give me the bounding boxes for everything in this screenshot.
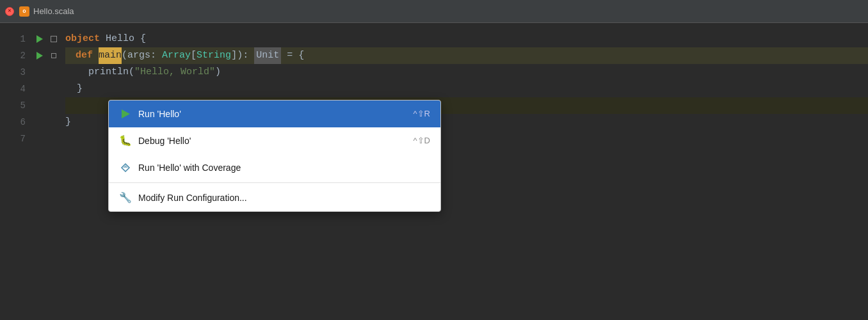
line-numbers: 1 2 3 4 5 6 7: [0, 23, 32, 320]
gutter-line5: [32, 97, 47, 114]
code-line-4: }: [65, 81, 868, 97]
tab-close-button[interactable]: ✕: [5, 7, 14, 16]
struct-line6: [47, 114, 60, 131]
coverage-icon: [119, 161, 132, 174]
punct-paren-open: (: [122, 47, 127, 64]
code-editor: 1 2 3 4 5 6 7: [0, 23, 868, 320]
punct-bracket-close: ]):: [231, 47, 254, 64]
param-args: args: [127, 47, 150, 64]
punct-brace-open: {: [134, 31, 146, 47]
string-hello-world: "Hello, World": [134, 64, 215, 81]
menu-item-debug[interactable]: 🐛 Debug 'Hello' ^⇧D: [109, 127, 440, 154]
menu-debug-shortcut: ^⇧D: [414, 132, 431, 149]
menu-coverage-label: Run 'Hello' with Coverage: [138, 159, 430, 176]
line4-content: }: [65, 81, 83, 97]
struct-line3: [47, 64, 60, 81]
gutter-line7: [32, 131, 47, 147]
menu-item-run[interactable]: Run 'Hello' ^⇧R: [109, 100, 440, 127]
line-number-2: 2: [0, 47, 26, 64]
tab-file-icon: o: [19, 6, 29, 17]
menu-item-modify[interactable]: 🔧 Modify Run Configuration...: [109, 184, 440, 211]
keyword-object: object: [65, 31, 106, 47]
context-menu: Run 'Hello' ^⇧R 🐛 Debug 'Hello' ^⇧D: [108, 100, 441, 212]
menu-modify-label: Modify Run Configuration...: [138, 189, 430, 206]
svg-marker-1: [36, 52, 43, 60]
method-println: println(: [88, 64, 134, 81]
wrench-icon: 🔧: [119, 191, 132, 204]
structure-gutter: [47, 23, 60, 320]
class-name-hello: Hello: [106, 31, 134, 47]
gutter-line3: [32, 64, 47, 81]
line-number-1: 1: [0, 31, 26, 47]
struct-icon-1: [47, 31, 60, 47]
tab-bar: ✕ o Hello.scala: [0, 0, 868, 23]
line-number-4: 4: [0, 81, 26, 97]
type-array: Array: [162, 47, 191, 64]
method-main: main: [99, 47, 122, 64]
line6-content: }: [65, 114, 71, 131]
menu-divider: [109, 182, 440, 183]
code-line-1: object Hello {: [65, 31, 868, 47]
menu-item-coverage[interactable]: Run 'Hello' with Coverage: [109, 154, 440, 181]
keyword-def: def: [76, 47, 99, 64]
line-number-5: 5: [0, 97, 26, 114]
punct-equals: = {: [281, 47, 304, 64]
gutter: [32, 23, 47, 320]
line-number-7: 7: [0, 131, 26, 147]
gutter-line6: [32, 114, 47, 131]
punct-paren-close3: ): [215, 64, 221, 81]
code-content: object Hello { def main(args: Array[Stri…: [60, 23, 868, 320]
type-unit: Unit: [254, 47, 281, 64]
line-number-6: 6: [0, 114, 26, 131]
code-line-3: println("Hello, World"): [65, 64, 868, 81]
menu-run-shortcut: ^⇧R: [414, 106, 431, 122]
struct-line7: [47, 131, 60, 147]
run-icon: [119, 108, 132, 120]
line3-indent: [65, 64, 88, 81]
punct-bracket-open: [: [191, 47, 197, 64]
line-number-3: 3: [0, 64, 26, 81]
tab-title: Hello.scala: [33, 6, 74, 16]
menu-run-label: Run 'Hello': [138, 106, 414, 122]
run-arrow-line1[interactable]: [32, 31, 47, 47]
type-string: String: [197, 47, 231, 64]
debug-icon: 🐛: [119, 134, 132, 147]
struct-line4: [47, 81, 60, 97]
svg-marker-0: [36, 35, 43, 43]
run-arrow-line2[interactable]: [32, 47, 47, 64]
struct-icon-2: [47, 47, 60, 64]
menu-debug-label: Debug 'Hello': [138, 132, 414, 149]
gutter-line4: [32, 81, 47, 97]
line2-indent: [65, 47, 76, 64]
punct-colon: :: [150, 47, 162, 64]
code-line-2: def main(args: Array[String]): Unit = {: [65, 47, 868, 64]
struct-line5: [47, 97, 60, 114]
